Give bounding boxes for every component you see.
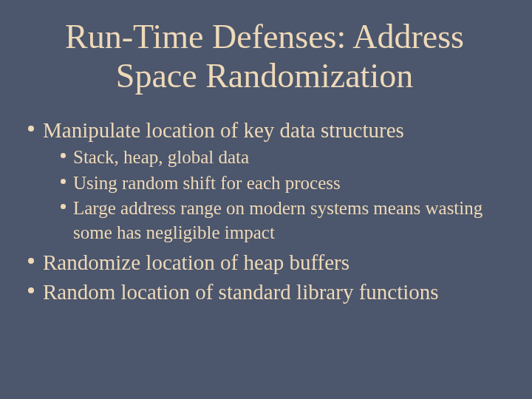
bullet-text: Using random shift for each process: [73, 171, 341, 196]
list-item: Using random shift for each process: [61, 171, 505, 196]
bullet-text: Randomize location of heap buffers: [43, 249, 349, 277]
slide-title: Run-Time Defenses: Address Space Randomi…: [24, 18, 505, 96]
bullet-icon: [28, 287, 34, 293]
bullet-text: Manipulate location of key data structur…: [43, 117, 404, 145]
list-item: Manipulate location of key data structur…: [28, 117, 505, 145]
list-item: Randomize location of heap buffers: [28, 249, 505, 277]
bullet-icon: [61, 153, 66, 158]
bullet-icon: [61, 204, 66, 209]
bullet-icon: [28, 258, 34, 264]
bullet-text: Large address range on modern systems me…: [73, 197, 505, 245]
list-item: Stack, heap, global data: [61, 146, 505, 170]
bullet-text: Stack, heap, global data: [73, 146, 249, 170]
bullet-icon: [28, 126, 34, 132]
sub-list: Stack, heap, global data Using random sh…: [61, 146, 505, 245]
list-item: Random location of standard library func…: [28, 279, 505, 307]
bullet-icon: [61, 179, 66, 184]
list-item: Large address range on modern systems me…: [61, 197, 505, 245]
bullet-list: Manipulate location of key data structur…: [24, 117, 505, 307]
bullet-text: Random location of standard library func…: [43, 279, 439, 307]
